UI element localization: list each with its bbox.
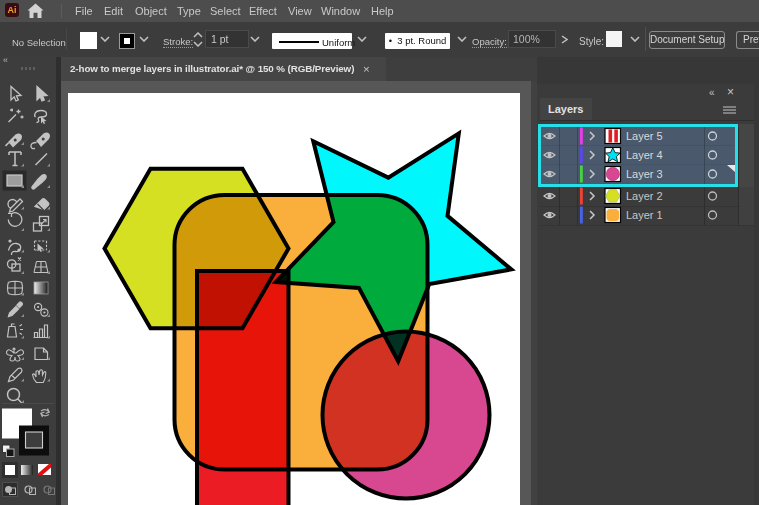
svg-text:Layer 2: Layer 2: [626, 190, 663, 202]
svg-text:Layer 4: Layer 4: [626, 149, 663, 161]
svg-text:Layer 5: Layer 5: [626, 130, 663, 142]
svg-text:Layer 3: Layer 3: [626, 168, 663, 180]
svg-text:Layer 1: Layer 1: [626, 209, 663, 221]
